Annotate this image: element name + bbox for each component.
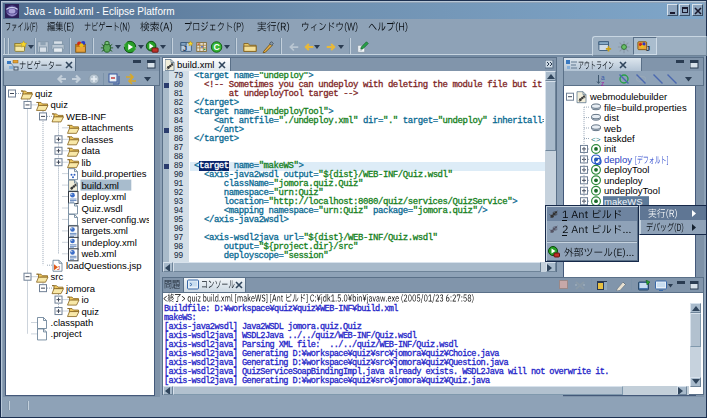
svg-text:taskdef: taskdef bbox=[604, 133, 635, 144]
svg-text:classes: classes bbox=[82, 134, 114, 145]
svg-text:undeploy.xml: undeploy.xml bbox=[82, 237, 137, 248]
svg-text:.project: .project bbox=[51, 328, 83, 339]
svg-text:Quiz.wsdl: Quiz.wsdl bbox=[82, 203, 123, 214]
svg-text:webmodulebuilder: webmodulebuilder bbox=[589, 91, 667, 102]
svg-text:attachments: attachments bbox=[82, 122, 134, 133]
svg-text:data: data bbox=[82, 145, 101, 156]
svg-text:.classpath: .classpath bbox=[51, 317, 94, 328]
svg-text:file=build.properties: file=build.properties bbox=[604, 102, 687, 113]
svg-text:build.xml: build.xml bbox=[82, 180, 120, 191]
svg-text:J: J bbox=[183, 44, 187, 53]
svg-text:lib: lib bbox=[82, 157, 92, 168]
svg-text:server-config.wsdd: server-config.wsdd bbox=[82, 214, 150, 225]
svg-text:dist: dist bbox=[604, 112, 619, 123]
svg-text:J: J bbox=[646, 44, 650, 53]
svg-text:web.xml: web.xml bbox=[81, 248, 117, 259]
svg-text:undeploy: undeploy bbox=[604, 175, 643, 186]
svg-text:quiz: quiz bbox=[35, 88, 53, 99]
svg-text:WEB-INF: WEB-INF bbox=[66, 111, 106, 122]
svg-text:jomora: jomora bbox=[65, 283, 96, 294]
svg-text:deploy.xml: deploy.xml bbox=[82, 191, 127, 202]
svg-text:C: C bbox=[214, 42, 221, 52]
svg-text:loadQuestions.jsp: loadQuestions.jsp bbox=[66, 260, 142, 271]
svg-text:init: init bbox=[604, 143, 617, 154]
svg-text:undeployTool: undeployTool bbox=[604, 185, 660, 196]
svg-text:web: web bbox=[603, 123, 621, 134]
svg-text:quiz: quiz bbox=[82, 306, 100, 317]
svg-text:targets.xml: targets.xml bbox=[82, 225, 128, 236]
svg-text:io: io bbox=[82, 294, 89, 305]
svg-text:deploy: deploy bbox=[604, 154, 632, 165]
svg-text:quiz: quiz bbox=[51, 99, 69, 110]
svg-text:<>: <> bbox=[591, 135, 601, 144]
svg-text:src: src bbox=[51, 271, 64, 282]
svg-text:build.properties: build.properties bbox=[82, 168, 147, 179]
